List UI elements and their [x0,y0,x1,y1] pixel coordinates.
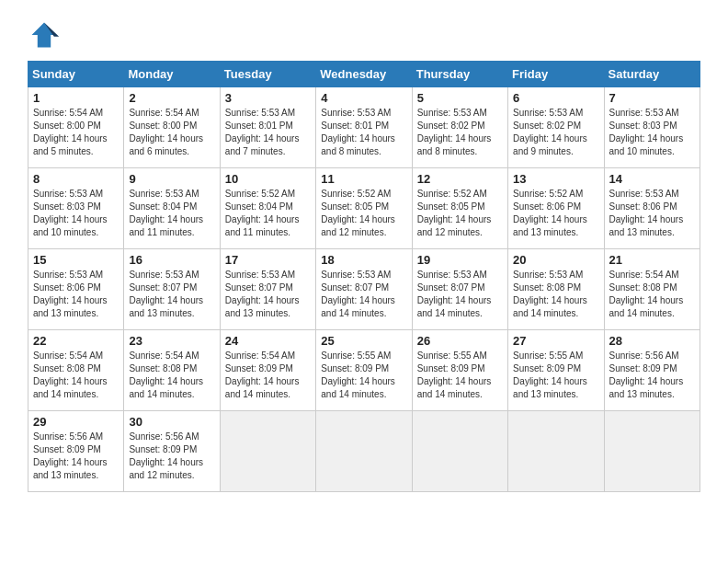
calendar-cell: 20Sunrise: 5:53 AM Sunset: 8:08 PM Dayli… [508,249,604,330]
weekday-saturday: Saturday [604,62,700,87]
calendar-cell: 5Sunrise: 5:53 AM Sunset: 8:02 PM Daylig… [412,87,507,168]
day-number: 8 [33,172,119,186]
day-number: 5 [417,91,503,105]
day-info: Sunrise: 5:53 AM Sunset: 8:07 PM Dayligh… [225,269,311,320]
week-row-5: 29Sunrise: 5:56 AM Sunset: 8:09 PM Dayli… [28,411,700,492]
day-info: Sunrise: 5:54 AM Sunset: 8:08 PM Dayligh… [609,269,695,320]
day-info: Sunrise: 5:56 AM Sunset: 8:09 PM Dayligh… [609,350,695,401]
calendar-cell: 23Sunrise: 5:54 AM Sunset: 8:08 PM Dayli… [124,330,220,411]
day-number: 7 [609,91,695,105]
day-number: 15 [33,253,119,267]
calendar-cell: 3Sunrise: 5:53 AM Sunset: 8:01 PM Daylig… [220,87,315,168]
calendar-cell: 7Sunrise: 5:53 AM Sunset: 8:03 PM Daylig… [604,87,700,168]
day-info: Sunrise: 5:53 AM Sunset: 8:02 PM Dayligh… [417,107,503,158]
calendar-cell: 2Sunrise: 5:54 AM Sunset: 8:00 PM Daylig… [124,87,220,168]
day-number: 3 [225,91,311,105]
calendar-cell: 8Sunrise: 5:53 AM Sunset: 8:03 PM Daylig… [28,168,124,249]
day-info: Sunrise: 5:54 AM Sunset: 8:08 PM Dayligh… [129,350,214,401]
calendar-cell: 4Sunrise: 5:53 AM Sunset: 8:01 PM Daylig… [316,87,412,168]
weekday-wednesday: Wednesday [316,62,412,87]
week-row-1: 1Sunrise: 5:54 AM Sunset: 8:00 PM Daylig… [28,87,700,168]
calendar-cell: 21Sunrise: 5:54 AM Sunset: 8:08 PM Dayli… [604,249,700,330]
day-info: Sunrise: 5:53 AM Sunset: 8:07 PM Dayligh… [321,269,406,320]
day-info: Sunrise: 5:52 AM Sunset: 8:05 PM Dayligh… [417,188,503,239]
day-info: Sunrise: 5:54 AM Sunset: 8:00 PM Dayligh… [33,107,119,158]
day-number: 18 [321,253,406,267]
calendar-cell: 22Sunrise: 5:54 AM Sunset: 8:08 PM Dayli… [28,330,124,411]
day-info: Sunrise: 5:52 AM Sunset: 8:05 PM Dayligh… [321,188,406,239]
calendar-header: SundayMondayTuesdayWednesdayThursdayFrid… [28,62,700,87]
day-info: Sunrise: 5:53 AM Sunset: 8:06 PM Dayligh… [609,188,695,239]
calendar-cell: 25Sunrise: 5:55 AM Sunset: 8:09 PM Dayli… [316,330,412,411]
day-info: Sunrise: 5:53 AM Sunset: 8:01 PM Dayligh… [321,107,406,158]
day-number: 25 [321,334,406,348]
day-info: Sunrise: 5:53 AM Sunset: 8:07 PM Dayligh… [129,269,214,320]
calendar-cell: 10Sunrise: 5:52 AM Sunset: 8:04 PM Dayli… [220,168,315,249]
day-info: Sunrise: 5:56 AM Sunset: 8:09 PM Dayligh… [129,431,214,482]
calendar-cell [412,411,507,492]
calendar-cell: 11Sunrise: 5:52 AM Sunset: 8:05 PM Dayli… [316,168,412,249]
calendar-cell: 18Sunrise: 5:53 AM Sunset: 8:07 PM Dayli… [316,249,412,330]
day-number: 1 [33,91,119,105]
day-number: 10 [225,172,311,186]
day-number: 6 [513,91,598,105]
day-info: Sunrise: 5:56 AM Sunset: 8:09 PM Dayligh… [33,431,119,482]
day-number: 30 [129,415,214,429]
weekday-header-row: SundayMondayTuesdayWednesdayThursdayFrid… [28,62,700,87]
day-number: 22 [33,334,119,348]
logo-icon [28,18,61,52]
calendar-cell [508,411,604,492]
calendar-cell: 26Sunrise: 5:55 AM Sunset: 8:09 PM Dayli… [412,330,507,411]
weekday-sunday: Sunday [28,62,124,87]
day-number: 20 [513,253,598,267]
calendar-cell: 29Sunrise: 5:56 AM Sunset: 8:09 PM Dayli… [28,411,124,492]
calendar-body: 1Sunrise: 5:54 AM Sunset: 8:00 PM Daylig… [28,87,700,492]
day-number: 23 [129,334,214,348]
day-number: 19 [417,253,503,267]
calendar-cell [220,411,315,492]
day-info: Sunrise: 5:53 AM Sunset: 8:08 PM Dayligh… [513,269,598,320]
calendar-cell: 9Sunrise: 5:53 AM Sunset: 8:04 PM Daylig… [124,168,220,249]
calendar-cell: 17Sunrise: 5:53 AM Sunset: 8:07 PM Dayli… [220,249,315,330]
day-info: Sunrise: 5:53 AM Sunset: 8:03 PM Dayligh… [33,188,119,239]
day-info: Sunrise: 5:54 AM Sunset: 8:08 PM Dayligh… [33,350,119,401]
calendar-cell: 24Sunrise: 5:54 AM Sunset: 8:09 PM Dayli… [220,330,315,411]
logo [28,18,64,52]
day-number: 2 [129,91,214,105]
calendar-cell: 1Sunrise: 5:54 AM Sunset: 8:00 PM Daylig… [28,87,124,168]
weekday-thursday: Thursday [412,62,507,87]
calendar-cell: 15Sunrise: 5:53 AM Sunset: 8:06 PM Dayli… [28,249,124,330]
day-info: Sunrise: 5:52 AM Sunset: 8:06 PM Dayligh… [513,188,598,239]
day-number: 26 [417,334,503,348]
weekday-friday: Friday [508,62,604,87]
calendar-cell: 14Sunrise: 5:53 AM Sunset: 8:06 PM Dayli… [604,168,700,249]
day-number: 29 [33,415,119,429]
day-number: 11 [321,172,406,186]
day-info: Sunrise: 5:54 AM Sunset: 8:09 PM Dayligh… [225,350,311,401]
calendar-cell [604,411,700,492]
day-number: 24 [225,334,311,348]
calendar-cell: 30Sunrise: 5:56 AM Sunset: 8:09 PM Dayli… [124,411,220,492]
calendar-cell [316,411,412,492]
calendar-cell: 28Sunrise: 5:56 AM Sunset: 8:09 PM Dayli… [604,330,700,411]
day-info: Sunrise: 5:53 AM Sunset: 8:02 PM Dayligh… [513,107,598,158]
calendar-cell: 12Sunrise: 5:52 AM Sunset: 8:05 PM Dayli… [412,168,507,249]
day-info: Sunrise: 5:53 AM Sunset: 8:04 PM Dayligh… [129,188,214,239]
day-number: 14 [609,172,695,186]
day-number: 9 [129,172,214,186]
calendar-cell: 13Sunrise: 5:52 AM Sunset: 8:06 PM Dayli… [508,168,604,249]
week-row-4: 22Sunrise: 5:54 AM Sunset: 8:08 PM Dayli… [28,330,700,411]
calendar-cell: 6Sunrise: 5:53 AM Sunset: 8:02 PM Daylig… [508,87,604,168]
day-info: Sunrise: 5:53 AM Sunset: 8:06 PM Dayligh… [33,269,119,320]
day-info: Sunrise: 5:52 AM Sunset: 8:04 PM Dayligh… [225,188,311,239]
weekday-tuesday: Tuesday [220,62,315,87]
calendar-cell: 19Sunrise: 5:53 AM Sunset: 8:07 PM Dayli… [412,249,507,330]
day-number: 21 [609,253,695,267]
day-info: Sunrise: 5:55 AM Sunset: 8:09 PM Dayligh… [321,350,406,401]
day-number: 12 [417,172,503,186]
day-info: Sunrise: 5:55 AM Sunset: 8:09 PM Dayligh… [417,350,503,401]
day-number: 17 [225,253,311,267]
weekday-monday: Monday [124,62,220,87]
day-number: 16 [129,253,214,267]
day-number: 28 [609,334,695,348]
